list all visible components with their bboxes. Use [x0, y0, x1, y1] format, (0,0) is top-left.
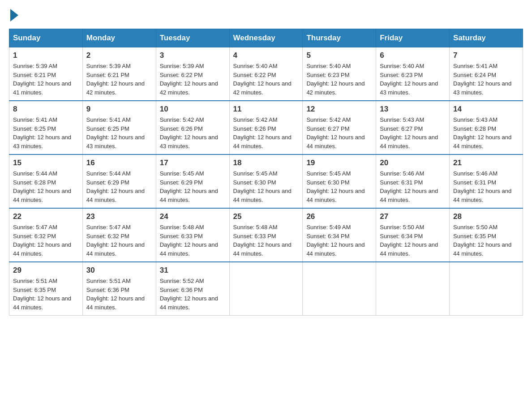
day-info: Sunrise: 5:41 AM Sunset: 6:25 PM Dayligh…	[86, 116, 152, 150]
calendar-cell: 25 Sunrise: 5:48 AM Sunset: 6:33 PM Dayl…	[229, 208, 303, 262]
weekday-header-sunday: Sunday	[9, 29, 83, 47]
sunrise-label: Sunrise: 5:43 AM	[453, 116, 498, 123]
sunrise-label: Sunrise: 5:45 AM	[233, 170, 278, 177]
sunrise-label: Sunrise: 5:41 AM	[86, 116, 131, 123]
sunset-label: Sunset: 6:28 PM	[453, 125, 496, 132]
calendar-cell: 5 Sunrise: 5:40 AM Sunset: 6:23 PM Dayli…	[303, 47, 376, 101]
daylight-label: Daylight: 12 hours and 44 minutes.	[160, 295, 218, 311]
calendar-cell	[303, 262, 376, 316]
day-info: Sunrise: 5:52 AM Sunset: 6:36 PM Dayligh…	[160, 277, 226, 312]
day-info: Sunrise: 5:42 AM Sunset: 6:27 PM Dayligh…	[306, 116, 372, 150]
day-number: 10	[160, 105, 226, 114]
daylight-label: Daylight: 12 hours and 42 minutes.	[160, 80, 218, 96]
daylight-label: Daylight: 12 hours and 44 minutes.	[233, 134, 292, 150]
sunset-label: Sunset: 6:35 PM	[13, 287, 56, 293]
sunrise-label: Sunrise: 5:45 AM	[160, 170, 204, 177]
sunrise-label: Sunrise: 5:48 AM	[233, 224, 278, 231]
sunset-label: Sunset: 6:36 PM	[86, 287, 129, 293]
day-number: 22	[13, 212, 79, 221]
daylight-label: Daylight: 12 hours and 44 minutes.	[306, 188, 365, 203]
sunrise-label: Sunrise: 5:52 AM	[160, 278, 204, 284]
sunset-label: Sunset: 6:25 PM	[13, 125, 56, 132]
daylight-label: Daylight: 12 hours and 44 minutes.	[86, 188, 145, 203]
daylight-label: Daylight: 12 hours and 44 minutes.	[306, 134, 365, 150]
calendar-cell: 29 Sunrise: 5:51 AM Sunset: 6:35 PM Dayl…	[9, 262, 83, 316]
sunrise-label: Sunrise: 5:48 AM	[160, 224, 204, 231]
sunrise-label: Sunrise: 5:51 AM	[86, 278, 131, 284]
day-number: 2	[86, 51, 152, 60]
calendar-cell: 9 Sunrise: 5:41 AM Sunset: 6:25 PM Dayli…	[82, 101, 156, 154]
day-info: Sunrise: 5:47 AM Sunset: 6:32 PM Dayligh…	[86, 223, 152, 258]
day-number: 14	[453, 105, 519, 114]
sunrise-label: Sunrise: 5:42 AM	[160, 116, 204, 123]
sunset-label: Sunset: 6:26 PM	[160, 125, 203, 132]
sunset-label: Sunset: 6:34 PM	[380, 233, 423, 240]
calendar-cell: 13 Sunrise: 5:43 AM Sunset: 6:27 PM Dayl…	[376, 101, 450, 154]
sunset-label: Sunset: 6:23 PM	[306, 72, 349, 78]
day-number: 1	[13, 51, 79, 60]
day-info: Sunrise: 5:44 AM Sunset: 6:29 PM Dayligh…	[86, 169, 152, 204]
daylight-label: Daylight: 12 hours and 44 minutes.	[453, 134, 511, 150]
day-info: Sunrise: 5:46 AM Sunset: 6:31 PM Dayligh…	[380, 169, 446, 204]
weekday-header-saturday: Saturday	[450, 29, 523, 47]
sunset-label: Sunset: 6:27 PM	[306, 125, 349, 132]
calendar-cell: 17 Sunrise: 5:45 AM Sunset: 6:29 PM Dayl…	[156, 154, 229, 208]
sunset-label: Sunset: 6:26 PM	[233, 125, 276, 132]
daylight-label: Daylight: 12 hours and 44 minutes.	[453, 241, 511, 257]
day-info: Sunrise: 5:48 AM Sunset: 6:33 PM Dayligh…	[160, 223, 226, 258]
daylight-label: Daylight: 12 hours and 44 minutes.	[233, 241, 292, 257]
day-number: 16	[86, 158, 152, 167]
day-info: Sunrise: 5:39 AM Sunset: 6:21 PM Dayligh…	[86, 62, 152, 97]
daylight-label: Daylight: 12 hours and 44 minutes.	[380, 241, 438, 257]
day-info: Sunrise: 5:50 AM Sunset: 6:35 PM Dayligh…	[453, 223, 519, 258]
day-info: Sunrise: 5:44 AM Sunset: 6:28 PM Dayligh…	[13, 169, 79, 204]
day-number: 27	[380, 212, 446, 221]
day-number: 6	[380, 51, 446, 60]
calendar-week-2: 8 Sunrise: 5:41 AM Sunset: 6:25 PM Dayli…	[9, 101, 523, 154]
sunset-label: Sunset: 6:30 PM	[306, 179, 349, 186]
sunset-label: Sunset: 6:25 PM	[86, 125, 129, 132]
day-info: Sunrise: 5:45 AM Sunset: 6:29 PM Dayligh…	[160, 169, 226, 204]
day-number: 15	[13, 158, 79, 167]
day-number: 19	[306, 158, 372, 167]
sunset-label: Sunset: 6:21 PM	[13, 72, 56, 78]
sunset-label: Sunset: 6:31 PM	[453, 179, 496, 186]
daylight-label: Daylight: 12 hours and 44 minutes.	[160, 188, 218, 203]
day-info: Sunrise: 5:40 AM Sunset: 6:23 PM Dayligh…	[306, 62, 372, 97]
calendar-cell: 6 Sunrise: 5:40 AM Sunset: 6:23 PM Dayli…	[376, 47, 450, 101]
sunrise-label: Sunrise: 5:46 AM	[453, 170, 498, 177]
sunset-label: Sunset: 6:22 PM	[160, 72, 203, 78]
logo	[9, 9, 19, 20]
sunrise-label: Sunrise: 5:44 AM	[86, 170, 131, 177]
calendar-week-3: 15 Sunrise: 5:44 AM Sunset: 6:28 PM Dayl…	[9, 154, 523, 208]
weekday-header-thursday: Thursday	[303, 29, 376, 47]
sunset-label: Sunset: 6:34 PM	[306, 233, 349, 240]
calendar-cell: 3 Sunrise: 5:39 AM Sunset: 6:22 PM Dayli…	[156, 47, 229, 101]
sunrise-label: Sunrise: 5:47 AM	[86, 224, 131, 231]
calendar-cell: 20 Sunrise: 5:46 AM Sunset: 6:31 PM Dayl…	[376, 154, 450, 208]
sunrise-label: Sunrise: 5:47 AM	[13, 224, 57, 231]
day-number: 25	[233, 212, 299, 221]
sunset-label: Sunset: 6:29 PM	[160, 179, 203, 186]
daylight-label: Daylight: 12 hours and 44 minutes.	[453, 188, 511, 203]
day-number: 18	[233, 158, 299, 167]
daylight-label: Daylight: 12 hours and 43 minutes.	[453, 80, 511, 96]
calendar-cell: 11 Sunrise: 5:42 AM Sunset: 6:26 PM Dayl…	[229, 101, 303, 154]
day-number: 30	[86, 266, 152, 275]
day-number: 20	[380, 158, 446, 167]
day-info: Sunrise: 5:41 AM Sunset: 6:24 PM Dayligh…	[453, 62, 519, 97]
sunrise-label: Sunrise: 5:39 AM	[160, 63, 204, 69]
sunset-label: Sunset: 6:28 PM	[13, 179, 56, 186]
calendar-cell: 28 Sunrise: 5:50 AM Sunset: 6:35 PM Dayl…	[450, 208, 523, 262]
daylight-label: Daylight: 12 hours and 44 minutes.	[13, 241, 71, 257]
day-number: 13	[380, 105, 446, 114]
day-number: 9	[86, 105, 152, 114]
weekday-header-friday: Friday	[376, 29, 450, 47]
day-number: 23	[86, 212, 152, 221]
day-number: 31	[160, 266, 226, 275]
day-number: 17	[160, 158, 226, 167]
daylight-label: Daylight: 12 hours and 43 minutes.	[160, 134, 218, 150]
sunset-label: Sunset: 6:23 PM	[380, 72, 423, 78]
sunrise-label: Sunrise: 5:46 AM	[380, 170, 424, 177]
sunrise-label: Sunrise: 5:50 AM	[453, 224, 498, 231]
